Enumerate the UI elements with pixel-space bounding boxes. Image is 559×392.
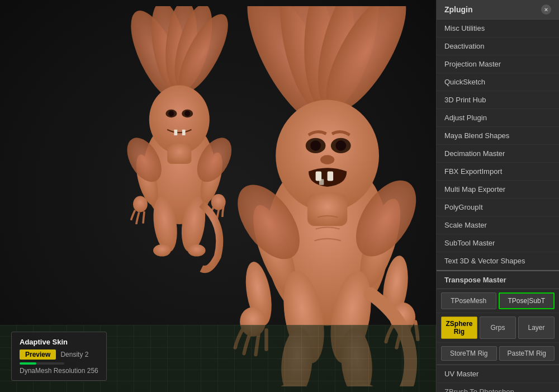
menu-item-maya-blend-shapes[interactable]: Maya Blend Shapes bbox=[437, 127, 559, 145]
svg-point-20 bbox=[153, 244, 171, 256]
adaptive-skin-panel: Adaptive Skin Preview Density 2 DynaMesh… bbox=[11, 332, 107, 381]
svg-point-9 bbox=[168, 110, 174, 116]
grps-button[interactable]: Grps bbox=[480, 317, 516, 339]
svg-point-36 bbox=[320, 155, 334, 164]
zplugin-header: Zplugin × bbox=[437, 0, 559, 20]
svg-rect-12 bbox=[174, 129, 177, 135]
transpose-master-section: Transpose Master TPoseMesh TPose|SubT ZS… bbox=[437, 270, 559, 365]
transpose-master-header: Transpose Master bbox=[437, 271, 559, 289]
tpose-mesh-button[interactable]: TPoseMesh bbox=[441, 292, 496, 309]
menu-item-subtool-master[interactable]: SubTool Master bbox=[437, 234, 559, 252]
svg-point-33 bbox=[310, 140, 321, 150]
store-tm-rig-button[interactable]: StoreTM Rig bbox=[441, 346, 497, 361]
menu-item-adjust-plugin[interactable]: Adjust Plugin bbox=[437, 109, 559, 127]
zsphere-row: ZSphere Rig Grps Layer bbox=[437, 313, 559, 343]
menu-item-text-3d-vector-shapes[interactable]: Text 3D & Vector Shapes bbox=[437, 252, 559, 270]
tpose-subt-button[interactable]: TPose|SubT bbox=[499, 292, 555, 309]
svg-rect-31 bbox=[307, 193, 347, 226]
preview-row: Preview Density 2 bbox=[20, 350, 98, 360]
uv-master-header: UV Master bbox=[437, 365, 559, 383]
density-bar bbox=[20, 362, 64, 365]
menu-item-decimation-master[interactable]: Decimation Master bbox=[437, 145, 559, 163]
svg-point-16 bbox=[133, 196, 148, 212]
svg-point-6 bbox=[149, 85, 210, 153]
svg-point-21 bbox=[188, 244, 206, 256]
menu-item-polygroupit[interactable]: PolyGroupIt bbox=[437, 199, 559, 216]
svg-point-35 bbox=[335, 140, 346, 150]
menu-item-3d-print-hub[interactable]: 3D Print Hub bbox=[437, 91, 559, 109]
zsphere-rig-button[interactable]: ZSphere Rig bbox=[441, 317, 477, 339]
layer-button[interactable]: Layer bbox=[518, 317, 555, 339]
menu-item-fbx-exportimport[interactable]: FBX ExportImport bbox=[437, 163, 559, 181]
storetm-row: StoreTM Rig PasteTM Rig bbox=[437, 343, 559, 365]
zbrush-to-photoshop-item[interactable]: ZBrush To Photoshop bbox=[437, 383, 559, 392]
right-sidebar: Zplugin × Misc Utilities Deactivation Pr… bbox=[436, 0, 559, 392]
adaptive-skin-title: Adaptive Skin bbox=[20, 338, 98, 346]
uv-master-section: UV Master ZBrush To Photoshop bbox=[437, 365, 559, 392]
viewport-background: Adaptive Skin Preview Density 2 DynaMesh… bbox=[0, 0, 436, 392]
svg-rect-38 bbox=[328, 171, 334, 181]
menu-item-scale-master[interactable]: Scale Master bbox=[437, 216, 559, 234]
preview-button[interactable]: Preview bbox=[20, 350, 56, 360]
density-bar-fill bbox=[20, 362, 36, 365]
svg-rect-13 bbox=[182, 129, 186, 135]
paste-tm-rig-button[interactable]: PasteTM Rig bbox=[499, 346, 555, 361]
transpose-buttons-row: TPoseMesh TPose|SubT bbox=[437, 289, 559, 313]
menu-item-multi-map-exporter[interactable]: Multi Map Exporter bbox=[437, 181, 559, 199]
zplugin-title: Zplugin bbox=[444, 5, 473, 14]
zplugin-close-button[interactable]: × bbox=[541, 4, 551, 15]
menu-list: Misc Utilities Deactivation Projection M… bbox=[437, 20, 559, 270]
left-creature bbox=[120, 6, 239, 270]
density-label: Density 2 bbox=[60, 351, 88, 358]
menu-item-deactivation[interactable]: Deactivation bbox=[437, 37, 559, 55]
menu-item-misc-utilities[interactable]: Misc Utilities bbox=[437, 20, 559, 37]
density-bar-container bbox=[20, 362, 98, 365]
menu-item-quicksketch[interactable]: QuickSketch bbox=[437, 73, 559, 91]
dynamesh-row: DynaMesh Resolution 256 bbox=[20, 367, 98, 375]
menu-item-projection-master[interactable]: Projection Master bbox=[437, 55, 559, 73]
svg-rect-7 bbox=[167, 144, 191, 164]
svg-rect-39 bbox=[319, 179, 324, 185]
main-viewport: Adaptive Skin Preview Density 2 DynaMesh… bbox=[0, 0, 436, 392]
svg-point-11 bbox=[184, 110, 190, 116]
